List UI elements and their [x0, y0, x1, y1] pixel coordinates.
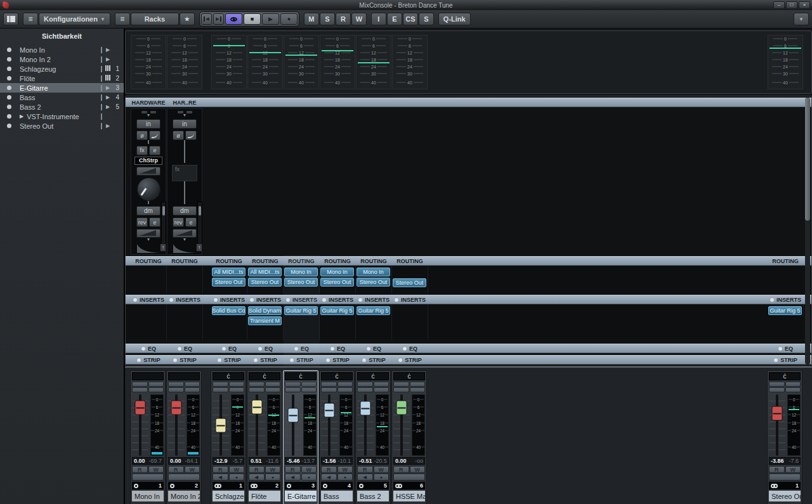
strip-mini-button[interactable] [321, 382, 337, 387]
rack-band-strip-cell[interactable]: STRIP [284, 356, 319, 364]
sidebar-item-fl-te[interactable]: Flöte2 [0, 74, 124, 83]
fader-track[interactable] [769, 394, 785, 456]
sidebar-item-mono-in[interactable]: Mono In▶ [0, 45, 124, 55]
record-button[interactable]: ● [280, 13, 298, 25]
pan-control[interactable]: ċ [285, 372, 317, 380]
level-wedge-button[interactable] [173, 229, 197, 238]
strip-mini-button[interactable] [785, 382, 801, 387]
bypass-led-icon[interactable] [773, 358, 778, 363]
slot-button[interactable]: Stereo Out [357, 278, 390, 287]
rack-band-routing-cell[interactable]: ROUTING [167, 257, 202, 265]
slot-button[interactable]: Solid Dynam [248, 306, 282, 315]
strip-mini-button[interactable] [249, 382, 265, 387]
sidebar-item-mono-in-2[interactable]: Mono In 2▶ [0, 55, 124, 64]
sidebar-item-bass[interactable]: Bass▶4 [0, 93, 124, 102]
visibility-dot-icon[interactable] [7, 124, 11, 128]
read-automation-button[interactable]: R [393, 466, 409, 473]
visibility-dot-icon[interactable] [7, 95, 11, 100]
strip-mini-button[interactable] [357, 382, 373, 387]
input-gain-button[interactable]: in [173, 119, 197, 129]
slot-button[interactable]: Guitar Rig 5 [320, 306, 354, 315]
slot-button[interactable]: Stereo Out [320, 278, 354, 287]
reverb-button[interactable]: rev [136, 217, 148, 227]
fader-cap[interactable] [135, 401, 146, 415]
read-automation-button[interactable]: R [769, 466, 785, 473]
write-automation-button[interactable]: W [337, 466, 353, 473]
bypass-led-icon[interactable] [398, 358, 403, 363]
strip-mini-button[interactable] [301, 382, 317, 387]
configurations-menu-icon-button[interactable]: ≡ [23, 13, 38, 25]
fader-track[interactable] [393, 394, 410, 456]
fader-track[interactable] [213, 394, 229, 456]
bypass-led-icon[interactable] [177, 346, 182, 351]
phase-button[interactable]: ø [136, 131, 148, 140]
record-enable-button[interactable]: ● [337, 474, 353, 481]
fader-track[interactable] [321, 394, 337, 456]
bypass-led-icon[interactable] [294, 346, 299, 351]
stop-button[interactable]: ■ [244, 13, 261, 25]
slot-button[interactable]: All MIDI...ts [212, 268, 246, 276]
pan-control[interactable]: ċ [769, 372, 801, 380]
rack-band-inserts-cell[interactable]: INSERTS [284, 295, 319, 304]
rack-band-eq-cell[interactable]: EQ [131, 344, 166, 352]
sidebar-item-stereo-out[interactable]: Stereo Out▶ [0, 121, 124, 131]
write-automation-button[interactable]: W [148, 466, 164, 473]
dim-button[interactable]: dm [173, 206, 197, 216]
bypass-led-icon[interactable] [402, 346, 407, 351]
read-automation-button[interactable]: R [168, 466, 184, 473]
bypass-led-icon[interactable] [285, 297, 291, 302]
sidebar-item-schlagzeug[interactable]: Schlagzeug1 [0, 64, 124, 74]
strip-mini-button[interactable] [321, 387, 337, 392]
rack-band-routing-cell[interactable]: ROUTING [356, 257, 391, 265]
record-enable-button[interactable]: ● [265, 474, 281, 481]
bypass-led-icon[interactable] [362, 358, 367, 363]
strip-mini-button[interactable] [393, 387, 409, 392]
rack-band-strip-cell[interactable]: STRIP [392, 356, 428, 364]
blank-button[interactable] [168, 474, 200, 481]
bypass-led-icon[interactable] [133, 297, 138, 302]
strip-mini-button[interactable] [265, 387, 281, 392]
channel-name[interactable]: Schlagzeug [213, 491, 244, 501]
bypass-led-icon[interactable] [249, 297, 254, 302]
rack-scrollbar[interactable] [805, 98, 810, 365]
fader-track[interactable] [249, 394, 265, 456]
fader-cap[interactable] [360, 401, 371, 416]
read-automation-button[interactable]: R [132, 466, 148, 473]
gain-wedge-button[interactable] [136, 167, 160, 176]
strip-mini-button[interactable] [229, 387, 245, 392]
window-layout-button[interactable] [3, 13, 18, 25]
toolbar-m-button[interactable]: M [304, 13, 319, 25]
racks-menu-icon-button[interactable]: ≡ [115, 13, 130, 25]
pan-control[interactable]: ċ [249, 372, 280, 380]
slot-button[interactable]: Guitar Rig 5 [284, 306, 318, 315]
strip-mini-button[interactable] [249, 387, 265, 392]
sidebar-item-e-gitarre[interactable]: E-Gitarre▶3 [0, 83, 124, 93]
edit-button[interactable]: e [185, 217, 197, 227]
input-gain-button[interactable]: in [136, 119, 160, 129]
expand-arrow-icon[interactable]: ▶ [20, 113, 23, 119]
rack-band-eq-cell[interactable]: EQ [211, 344, 247, 352]
rack-band-strip-cell[interactable]: STRIP [211, 356, 247, 364]
monitor-button[interactable]: ◀ [213, 474, 228, 481]
rack-band-inserts-cell[interactable]: INSERTS [392, 295, 428, 304]
fader-track[interactable] [132, 394, 148, 456]
bypass-led-icon[interactable] [769, 297, 775, 302]
qlink-button[interactable]: Q-Link [438, 13, 471, 25]
rack-band-eq-cell[interactable]: EQ [392, 344, 428, 352]
record-enable-button[interactable]: ● [374, 474, 390, 481]
slot-button[interactable]: Guitar Rig 5 [768, 306, 802, 315]
strip-mini-button[interactable] [410, 387, 426, 392]
blank-button[interactable] [132, 474, 164, 481]
rack-band-strip-cell[interactable]: STRIP [247, 356, 283, 364]
slot-button[interactable]: Mono In [320, 268, 354, 276]
bypass-led-icon[interactable] [330, 346, 335, 351]
sidebar-item-vst-instrumente[interactable]: ▶VST-Instrumente [0, 112, 124, 121]
toolbar-options-dropdown[interactable]: ▼ [794, 13, 809, 25]
maximize-button[interactable]: □ [786, 1, 797, 9]
strip-mini-button[interactable] [148, 387, 164, 392]
dim-button[interactable]: dm [136, 206, 160, 216]
monitor-button[interactable]: ◀ [285, 474, 301, 481]
pan-control[interactable] [168, 372, 200, 380]
bypass-led-icon[interactable] [289, 358, 294, 363]
racks-dropdown[interactable]: Racks [131, 13, 179, 25]
